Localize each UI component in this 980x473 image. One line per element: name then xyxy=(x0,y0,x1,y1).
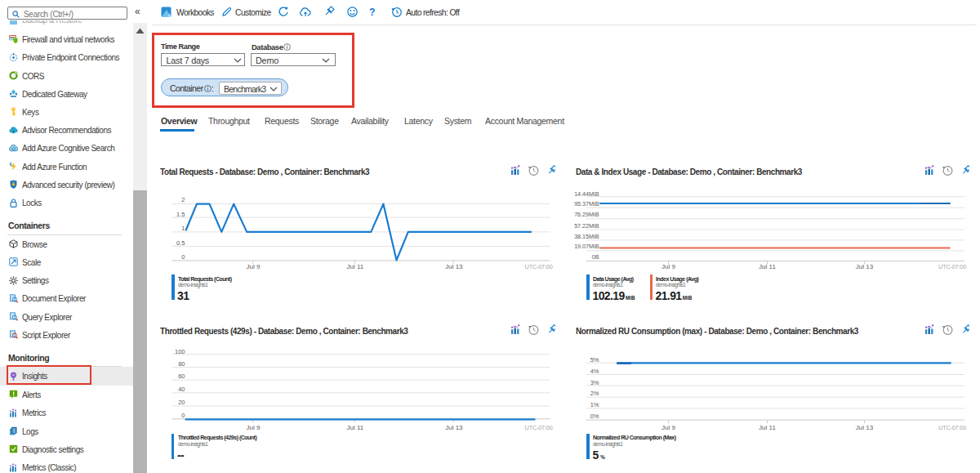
svg-text:2%: 2% xyxy=(590,390,599,397)
svg-text:1.5: 1.5 xyxy=(176,211,185,218)
svg-text:0%: 0% xyxy=(590,413,599,420)
svg-text:Jul 9: Jul 9 xyxy=(247,263,261,270)
svg-text:Jul 11: Jul 11 xyxy=(759,263,776,270)
svg-text:UTC-07:00: UTC-07:00 xyxy=(938,424,966,431)
svg-text:57.22MiB: 57.22MiB xyxy=(574,222,599,230)
svg-text:UTC-07:00: UTC-07:00 xyxy=(938,263,966,270)
svg-text:19.07MiB: 19.07MiB xyxy=(574,243,599,250)
svg-text:76.29MiB: 76.29MiB xyxy=(574,211,599,218)
svg-text:20: 20 xyxy=(178,399,185,406)
svg-text:80: 80 xyxy=(178,360,185,368)
svg-text:100: 100 xyxy=(175,348,185,355)
svg-text:4%: 4% xyxy=(590,368,599,375)
svg-text:5%: 5% xyxy=(590,356,599,364)
svg-text:0: 0 xyxy=(181,412,185,419)
svg-text:38.15MiB: 38.15MiB xyxy=(574,233,599,240)
svg-text:60: 60 xyxy=(178,373,185,380)
svg-text:Jul 11: Jul 11 xyxy=(347,424,364,431)
svg-text:95.37MiB: 95.37MiB xyxy=(574,200,599,207)
svg-text:Jul 11: Jul 11 xyxy=(759,424,776,431)
svg-text:UTC-07:00: UTC-07:00 xyxy=(525,263,553,270)
svg-text:Jul 9: Jul 9 xyxy=(662,424,675,431)
svg-text:Jul 13: Jul 13 xyxy=(445,263,463,270)
svg-text:Jul 13: Jul 13 xyxy=(856,424,874,431)
svg-text:Jul 11: Jul 11 xyxy=(347,263,364,270)
svg-text:Jul 13: Jul 13 xyxy=(856,263,874,270)
svg-text:0.5: 0.5 xyxy=(176,239,185,247)
svg-text:1: 1 xyxy=(181,225,185,232)
svg-text:0B: 0B xyxy=(592,253,599,261)
svg-text:Jul 9: Jul 9 xyxy=(247,424,261,431)
svg-text:UTC-07:00: UTC-07:00 xyxy=(525,424,553,431)
svg-text:1%: 1% xyxy=(590,401,599,408)
svg-text:0: 0 xyxy=(181,253,185,261)
svg-text:14.44MiB: 14.44MiB xyxy=(574,190,599,198)
svg-text:2: 2 xyxy=(181,196,185,203)
svg-text:40: 40 xyxy=(178,386,185,393)
svg-text:Jul 9: Jul 9 xyxy=(662,263,675,270)
svg-text:3%: 3% xyxy=(590,379,599,386)
svg-text:Jul 13: Jul 13 xyxy=(445,424,463,431)
